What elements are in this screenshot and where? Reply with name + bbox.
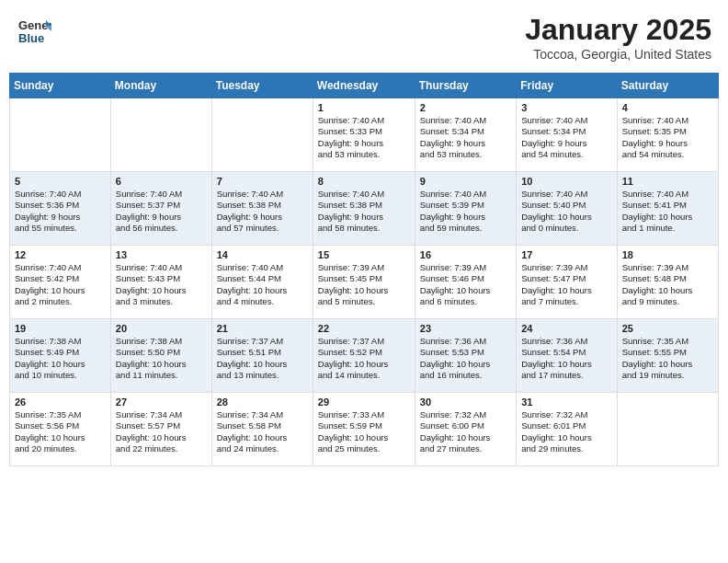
day-info: Daylight: 10 hours	[420, 432, 511, 443]
day-info: Sunrise: 7:40 AM	[420, 189, 511, 200]
table-row: 2Sunrise: 7:40 AMSunset: 5:34 PMDaylight…	[415, 98, 516, 172]
calendar-table: Sunday Monday Tuesday Wednesday Thursday…	[9, 73, 719, 466]
day-info: Daylight: 9 hours	[622, 138, 713, 149]
table-row: 18Sunrise: 7:39 AMSunset: 5:48 PMDayligh…	[617, 246, 718, 319]
day-info: and 59 minutes.	[420, 223, 511, 234]
day-info: Daylight: 9 hours	[420, 138, 511, 149]
day-info: Sunset: 5:57 PM	[116, 420, 207, 431]
day-number: 27	[116, 396, 207, 408]
calendar-header-row: Sunday Monday Tuesday Wednesday Thursday…	[10, 74, 719, 98]
day-info: Daylight: 10 hours	[116, 285, 207, 296]
col-monday: Monday	[110, 74, 211, 98]
day-info: Daylight: 10 hours	[318, 359, 410, 370]
day-info: Sunset: 6:01 PM	[521, 420, 612, 431]
day-info: and 16 minutes.	[420, 370, 511, 381]
col-wednesday: Wednesday	[313, 74, 415, 98]
day-info: Sunrise: 7:40 AM	[116, 262, 207, 273]
table-row: 24Sunrise: 7:36 AMSunset: 5:54 PMDayligh…	[517, 319, 618, 393]
day-number: 14	[217, 249, 308, 260]
day-info: Sunrise: 7:35 AM	[15, 409, 106, 420]
day-info: Sunset: 5:46 PM	[420, 273, 511, 284]
day-number: 17	[521, 249, 612, 260]
day-number: 15	[318, 249, 410, 260]
page-header: General Blue January 2025 Toccoa, Georgi…	[9, 9, 719, 65]
table-row: 9Sunrise: 7:40 AMSunset: 5:39 PMDaylight…	[415, 172, 516, 246]
table-row: 14Sunrise: 7:40 AMSunset: 5:44 PMDayligh…	[211, 246, 313, 319]
table-row	[10, 98, 111, 172]
col-tuesday: Tuesday	[211, 74, 313, 98]
day-info: Sunset: 5:47 PM	[521, 273, 612, 284]
day-info: Daylight: 10 hours	[116, 359, 207, 370]
day-info: and 14 minutes.	[318, 370, 410, 381]
table-row: 21Sunrise: 7:37 AMSunset: 5:51 PMDayligh…	[211, 319, 313, 393]
day-number: 13	[116, 249, 207, 260]
table-row: 17Sunrise: 7:39 AMSunset: 5:47 PMDayligh…	[517, 246, 618, 319]
day-number: 16	[420, 249, 511, 260]
day-info: and 55 minutes.	[15, 223, 106, 234]
day-info: Sunrise: 7:40 AM	[217, 262, 308, 273]
day-info: Daylight: 9 hours	[521, 138, 612, 149]
day-info: Sunset: 6:00 PM	[420, 420, 511, 431]
day-info: Sunrise: 7:40 AM	[15, 189, 106, 200]
table-row: 8Sunrise: 7:40 AMSunset: 5:38 PMDaylight…	[313, 172, 415, 246]
day-info: Sunrise: 7:38 AM	[116, 336, 207, 347]
day-info: Sunset: 5:38 PM	[217, 200, 308, 211]
day-info: Daylight: 10 hours	[521, 285, 612, 296]
day-info: Daylight: 10 hours	[217, 359, 308, 370]
day-info: Sunrise: 7:39 AM	[420, 262, 511, 273]
day-info: Sunrise: 7:38 AM	[15, 336, 106, 347]
day-number: 22	[318, 323, 410, 334]
calendar-week-row: 5Sunrise: 7:40 AMSunset: 5:36 PMDaylight…	[10, 172, 719, 246]
day-number: 24	[521, 323, 612, 334]
day-info: Sunset: 5:36 PM	[15, 200, 106, 211]
calendar-title: January 2025	[525, 13, 711, 47]
day-info: and 58 minutes.	[318, 223, 410, 234]
logo: General Blue	[17, 13, 51, 52]
day-info: Sunrise: 7:39 AM	[622, 262, 713, 273]
day-number: 9	[420, 176, 511, 187]
table-row: 19Sunrise: 7:38 AMSunset: 5:49 PMDayligh…	[10, 319, 111, 393]
day-info: and 22 minutes.	[116, 443, 207, 454]
table-row	[211, 98, 313, 172]
day-number: 29	[318, 396, 410, 408]
table-row	[617, 393, 718, 466]
day-number: 19	[15, 323, 106, 334]
table-row: 13Sunrise: 7:40 AMSunset: 5:43 PMDayligh…	[110, 246, 211, 319]
day-info: and 2 minutes.	[15, 296, 106, 307]
day-number: 28	[217, 396, 308, 408]
table-row: 3Sunrise: 7:40 AMSunset: 5:34 PMDaylight…	[517, 98, 618, 172]
table-row: 1Sunrise: 7:40 AMSunset: 5:33 PMDaylight…	[313, 98, 415, 172]
day-info: Daylight: 9 hours	[15, 212, 106, 223]
day-info: Sunrise: 7:40 AM	[622, 115, 713, 126]
day-info: Daylight: 10 hours	[217, 285, 308, 296]
day-number: 7	[217, 176, 308, 187]
day-info: and 56 minutes.	[116, 223, 207, 234]
day-info: Sunrise: 7:40 AM	[622, 189, 713, 200]
table-row: 27Sunrise: 7:34 AMSunset: 5:57 PMDayligh…	[110, 393, 211, 466]
day-info: Sunset: 5:42 PM	[15, 273, 106, 284]
day-info: Daylight: 10 hours	[622, 285, 713, 296]
day-info: Sunset: 5:59 PM	[318, 420, 410, 431]
day-info: Sunrise: 7:40 AM	[217, 189, 308, 200]
day-info: Sunrise: 7:32 AM	[521, 409, 612, 420]
col-sunday: Sunday	[10, 74, 111, 98]
table-row: 28Sunrise: 7:34 AMSunset: 5:58 PMDayligh…	[211, 393, 313, 466]
table-row: 25Sunrise: 7:35 AMSunset: 5:55 PMDayligh…	[617, 319, 718, 393]
day-info: Daylight: 10 hours	[217, 432, 308, 443]
day-info: and 1 minute.	[622, 223, 713, 234]
calendar-subtitle: Toccoa, Georgia, United States	[525, 47, 711, 62]
day-info: Daylight: 9 hours	[217, 212, 308, 223]
day-info: Daylight: 10 hours	[15, 432, 106, 443]
day-info: Sunrise: 7:40 AM	[318, 189, 410, 200]
day-info: Sunrise: 7:39 AM	[318, 262, 410, 273]
day-info: Daylight: 10 hours	[116, 432, 207, 443]
col-thursday: Thursday	[415, 74, 516, 98]
day-info: Sunrise: 7:33 AM	[318, 409, 410, 420]
table-row: 31Sunrise: 7:32 AMSunset: 6:01 PMDayligh…	[517, 393, 618, 466]
calendar-week-row: 1Sunrise: 7:40 AMSunset: 5:33 PMDaylight…	[10, 98, 719, 172]
day-number: 26	[15, 396, 106, 408]
table-row: 6Sunrise: 7:40 AMSunset: 5:37 PMDaylight…	[110, 172, 211, 246]
table-row: 15Sunrise: 7:39 AMSunset: 5:45 PMDayligh…	[313, 246, 415, 319]
day-info: Sunset: 5:40 PM	[521, 200, 612, 211]
day-info: and 4 minutes.	[217, 296, 308, 307]
